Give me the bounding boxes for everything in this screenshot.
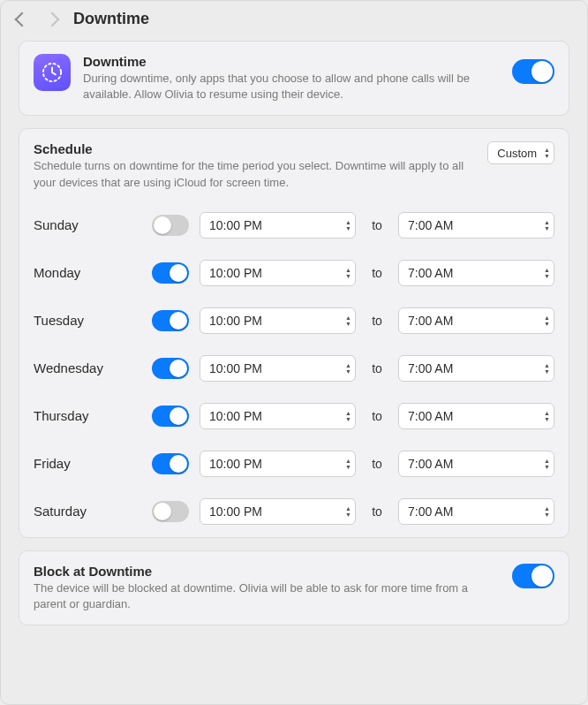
schedule-description: Schedule turns on downtime for the time …: [34, 158, 477, 190]
content-area: Downtime During downtime, only apps that…: [1, 34, 587, 643]
settings-window: Downtime Downtime During downtime, only …: [0, 0, 588, 705]
end-time-value: 7:00 AM: [408, 409, 453, 423]
downtime-title: Downtime: [83, 54, 493, 69]
updown-icon[interactable]: ▲▼: [345, 361, 351, 375]
end-time-value: 7:00 AM: [408, 218, 453, 232]
downtime-description: During downtime, only apps that you choo…: [83, 71, 493, 102]
day-toggle[interactable]: [152, 262, 189, 284]
updown-icon[interactable]: ▲▼: [345, 409, 351, 423]
start-time-field[interactable]: 10:00 PM ▲▼: [200, 355, 356, 382]
to-label: to: [366, 457, 388, 471]
updown-icon[interactable]: ▲▼: [544, 409, 550, 423]
day-toggle[interactable]: [152, 310, 189, 331]
schedule-card: Schedule Schedule turns on downtime for …: [19, 128, 569, 537]
start-time-field[interactable]: 10:00 PM ▲▼: [200, 260, 356, 286]
start-time-field[interactable]: 10:00 PM ▲▼: [200, 212, 356, 239]
day-row: Tuesday 10:00 PM ▲▼ to 7:00 AM ▲▼: [34, 307, 554, 334]
updown-icon[interactable]: ▲▼: [345, 266, 351, 280]
start-time-value: 10:00 PM: [209, 266, 262, 280]
end-time-value: 7:00 AM: [408, 504, 453, 519]
updown-icon[interactable]: ▲▼: [345, 218, 351, 232]
block-description: The device will be blocked at downtime. …: [34, 580, 501, 612]
day-label: Thursday: [34, 408, 141, 423]
to-label: to: [366, 409, 388, 423]
day-label: Wednesday: [34, 360, 141, 375]
updown-icon[interactable]: ▲▼: [544, 361, 550, 375]
day-label: Tuesday: [34, 313, 141, 328]
updown-icon[interactable]: ▲▼: [345, 504, 351, 519]
day-label: Monday: [34, 265, 141, 280]
start-time-value: 10:00 PM: [209, 504, 262, 519]
updown-icon[interactable]: ▲▼: [345, 457, 351, 471]
updown-icon[interactable]: ▲▼: [544, 314, 550, 328]
forward-button: [45, 11, 60, 27]
day-toggle[interactable]: [152, 501, 189, 522]
block-at-downtime-toggle[interactable]: [512, 564, 554, 588]
downtime-toggle[interactable]: [512, 59, 554, 84]
day-label: Friday: [34, 456, 141, 471]
end-time-value: 7:00 AM: [408, 361, 453, 375]
end-time-field[interactable]: 7:00 AM ▲▼: [398, 307, 554, 334]
schedule-header: Schedule Schedule turns on downtime for …: [34, 141, 554, 190]
day-label: Sunday: [34, 217, 141, 232]
start-time-field[interactable]: 10:00 PM ▲▼: [200, 498, 356, 525]
day-toggle[interactable]: [152, 406, 189, 427]
updown-icon[interactable]: ▲▼: [544, 218, 550, 232]
end-time-field[interactable]: 7:00 AM ▲▼: [398, 403, 554, 429]
to-label: to: [366, 266, 388, 280]
start-time-field[interactable]: 10:00 PM ▲▼: [200, 451, 356, 477]
schedule-title: Schedule: [34, 141, 477, 156]
day-row: Sunday 10:00 PM ▲▼ to 7:00 AM ▲▼: [34, 212, 554, 239]
to-label: to: [366, 218, 388, 232]
to-label: to: [366, 504, 388, 519]
start-time-field[interactable]: 10:00 PM ▲▼: [200, 403, 356, 429]
end-time-field[interactable]: 7:00 AM ▲▼: [398, 498, 554, 525]
day-toggle[interactable]: [152, 358, 189, 379]
end-time-value: 7:00 AM: [408, 314, 453, 328]
start-time-field[interactable]: 10:00 PM ▲▼: [200, 307, 356, 334]
downtime-text: Downtime During downtime, only apps that…: [83, 54, 500, 102]
schedule-mode-value: Custom: [497, 147, 537, 160]
back-button[interactable]: [15, 11, 30, 27]
days-list: Sunday 10:00 PM ▲▼ to 7:00 AM ▲▼ Monday …: [34, 212, 554, 525]
updown-icon[interactable]: ▲▼: [544, 457, 550, 471]
start-time-value: 10:00 PM: [209, 409, 262, 423]
schedule-mode-select[interactable]: Custom ▲▼: [487, 141, 554, 164]
start-time-value: 10:00 PM: [209, 361, 262, 375]
day-row: Monday 10:00 PM ▲▼ to 7:00 AM ▲▼: [34, 260, 554, 286]
day-toggle[interactable]: [152, 215, 189, 236]
end-time-field[interactable]: 7:00 AM ▲▼: [398, 212, 554, 239]
end-time-field[interactable]: 7:00 AM ▲▼: [398, 260, 554, 286]
page-title: Downtime: [73, 10, 149, 28]
downtime-icon: [34, 54, 71, 91]
day-toggle[interactable]: [152, 453, 189, 474]
updown-icon[interactable]: ▲▼: [345, 314, 351, 328]
end-time-value: 7:00 AM: [408, 266, 453, 280]
end-time-value: 7:00 AM: [408, 457, 453, 471]
day-label: Saturday: [34, 504, 141, 519]
block-title: Block at Downtime: [34, 564, 501, 579]
start-time-value: 10:00 PM: [209, 218, 262, 232]
to-label: to: [366, 361, 388, 375]
to-label: to: [366, 314, 388, 328]
day-row: Thursday 10:00 PM ▲▼ to 7:00 AM ▲▼: [34, 403, 554, 429]
title-bar: Downtime: [1, 1, 587, 34]
start-time-value: 10:00 PM: [209, 457, 262, 471]
downtime-card: Downtime During downtime, only apps that…: [19, 41, 569, 116]
updown-icon: ▲▼: [544, 146, 550, 160]
day-row: Friday 10:00 PM ▲▼ to 7:00 AM ▲▼: [34, 451, 554, 477]
updown-icon[interactable]: ▲▼: [544, 504, 550, 519]
day-row: Saturday 10:00 PM ▲▼ to 7:00 AM ▲▼: [34, 498, 554, 525]
start-time-value: 10:00 PM: [209, 314, 262, 328]
updown-icon[interactable]: ▲▼: [544, 266, 550, 280]
end-time-field[interactable]: 7:00 AM ▲▼: [398, 355, 554, 382]
nav-arrows: [17, 14, 57, 25]
block-at-downtime-card: Block at Downtime The device will be blo…: [19, 550, 569, 625]
day-row: Wednesday 10:00 PM ▲▼ to 7:00 AM ▲▼: [34, 355, 554, 382]
end-time-field[interactable]: 7:00 AM ▲▼: [398, 451, 554, 477]
